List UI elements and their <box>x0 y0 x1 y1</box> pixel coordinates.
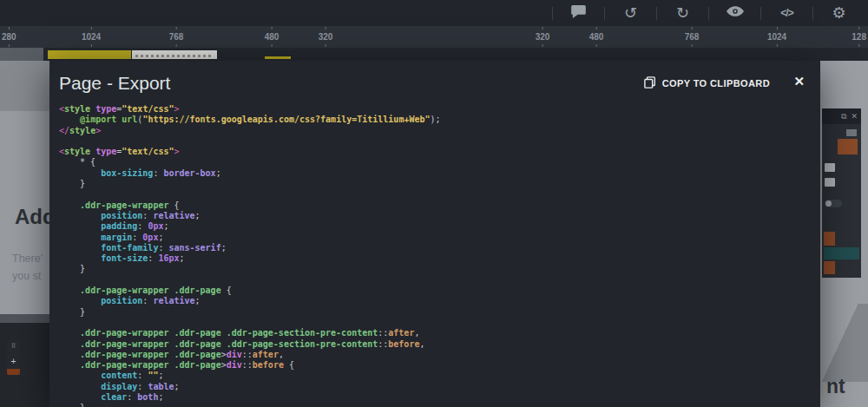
canvas-strip <box>0 48 868 61</box>
code-line: box-sizing: border-box; <box>59 168 815 179</box>
code-line: display: table; <box>59 382 815 392</box>
code-line: } <box>59 307 815 318</box>
section-tools-widget: ⠿ + <box>7 340 20 375</box>
background-page-left: Add There' you st ⠿ + <box>0 61 49 407</box>
code-line: @import url("https://fonts.googleapis.co… <box>59 115 815 125</box>
code-line: .ddr-page-wrapper .ddr-page .ddr-page-se… <box>59 328 815 338</box>
export-code-button[interactable]: </> <box>761 0 812 26</box>
thumb-text-lines <box>135 55 214 57</box>
breakpoint-mark[interactable]: 480 <box>265 26 279 48</box>
breakpoint-mark[interactable]: 320 <box>536 26 550 48</box>
modal-title: Page - Export <box>59 73 170 94</box>
copy-label: COPY TO CLIPBOARD <box>662 78 770 89</box>
panel-teal-block <box>824 247 859 259</box>
widget-accent-bar <box>7 369 20 375</box>
panel-orange-block <box>838 139 858 154</box>
breakpoint-mark[interactable]: 768 <box>685 26 700 48</box>
breakpoint-mark[interactable]: 128 <box>852 26 866 48</box>
preview-button[interactable] <box>709 0 760 26</box>
code-line: .ddr-page-wrapper .ddr-page>div::before … <box>59 360 815 371</box>
breakpoint-mark[interactable]: 280 <box>2 26 16 48</box>
code-line: .ddr-page-wrapper .ddr-page>div::after, <box>59 350 815 360</box>
background-heading-text: Add <box>15 205 49 229</box>
background-page-right: ⧉ ✕ nt <box>820 61 868 407</box>
background-shade <box>820 304 868 382</box>
code-line: clear: both; <box>59 392 815 403</box>
background-page-surface: Add There' you st <box>0 111 49 314</box>
code-line: <style type="text/css"> <box>59 147 815 157</box>
background-paragraph-line: you st <box>12 270 41 282</box>
ruler: 28010247684803203204807681024128 <box>0 26 868 48</box>
settings-panel-header: ⧉ ✕ <box>822 108 861 124</box>
code-line <box>59 318 815 328</box>
code-line <box>59 189 815 200</box>
panel-orange-block <box>824 261 835 274</box>
background-divider-band <box>0 314 49 323</box>
code-line: .ddr-page-wrapper .ddr-page { <box>59 286 815 296</box>
code-line: position: relative; <box>59 296 815 306</box>
panel-checkbox[interactable] <box>825 178 835 187</box>
code-line <box>59 136 815 147</box>
page-section-thumb <box>132 50 217 59</box>
code-line: content: ""; <box>59 371 815 381</box>
code-line: font-family: sans-serif; <box>59 243 815 253</box>
code-line: .ddr-page-wrapper .ddr-page .ddr-page-se… <box>59 339 815 350</box>
code-line: padding: 0px; <box>59 221 815 232</box>
code-line: position: relative; <box>59 211 815 221</box>
redo-button[interactable]: ↻ <box>657 0 708 26</box>
copy-icon <box>644 76 656 90</box>
code-icon: </> <box>780 7 792 19</box>
undo-icon: ↺ <box>624 5 637 21</box>
panel-copy-icon[interactable]: ⧉ <box>841 112 846 121</box>
breakpoint-mark[interactable]: 1024 <box>82 26 101 48</box>
breakpoint-mark[interactable]: 1024 <box>767 26 786 48</box>
top-toolbar: ↺ ↻ </> ⚙ <box>0 0 868 26</box>
background-paragraph-line: There' <box>12 253 43 265</box>
copy-to-clipboard-button[interactable]: COPY TO CLIPBOARD <box>644 76 770 90</box>
code-line <box>59 275 815 286</box>
page-section-thumb <box>265 56 291 59</box>
code-line: * { <box>59 157 815 167</box>
code-line: font-size: 16px; <box>59 253 815 264</box>
code-line: } <box>59 179 815 189</box>
export-modal: Page - Export COPY TO CLIPBOARD ✕ <style… <box>49 61 820 407</box>
eye-icon <box>727 5 744 21</box>
background-partial-text: nt <box>826 375 845 398</box>
code-line: .ddr-page-wrapper { <box>59 200 815 211</box>
redo-icon: ↻ <box>676 5 689 21</box>
gear-icon: ⚙ <box>832 5 845 21</box>
comment-icon <box>571 5 586 22</box>
drag-handle-icon[interactable]: ⠿ <box>7 343 20 350</box>
breakpoint-mark[interactable]: 480 <box>589 26 604 48</box>
panel-close-icon[interactable]: ✕ <box>851 112 858 121</box>
page-section-thumb <box>0 48 43 61</box>
panel-toggle[interactable] <box>825 200 842 207</box>
breakpoint-mark[interactable]: 768 <box>169 26 184 48</box>
code-line: </style> <box>59 126 815 136</box>
add-section-button[interactable]: + <box>7 356 20 366</box>
settings-button[interactable]: ⚙ <box>813 0 865 26</box>
settings-panel-partial: ⧉ ✕ <box>822 108 861 278</box>
page-section-thumb <box>48 50 131 59</box>
panel-orange-block <box>824 232 835 246</box>
code-line: } <box>59 403 815 407</box>
comment-button[interactable] <box>553 0 604 26</box>
undo-button[interactable]: ↺ <box>605 0 656 26</box>
close-icon[interactable]: ✕ <box>793 74 805 89</box>
code-line: margin: 0px; <box>59 233 815 243</box>
code-block[interactable]: <style type="text/css"> @import url("htt… <box>59 104 815 407</box>
code-line: <style type="text/css"> <box>59 104 815 115</box>
code-line: } <box>59 264 815 274</box>
editor-stage: ↺ ↻ </> ⚙ 280102476848032032048076810241… <box>0 0 868 407</box>
panel-checkbox[interactable] <box>825 163 835 172</box>
background-section-band <box>0 61 49 111</box>
panel-sliders-icon[interactable] <box>846 129 857 136</box>
breakpoint-mark[interactable]: 320 <box>319 26 333 48</box>
